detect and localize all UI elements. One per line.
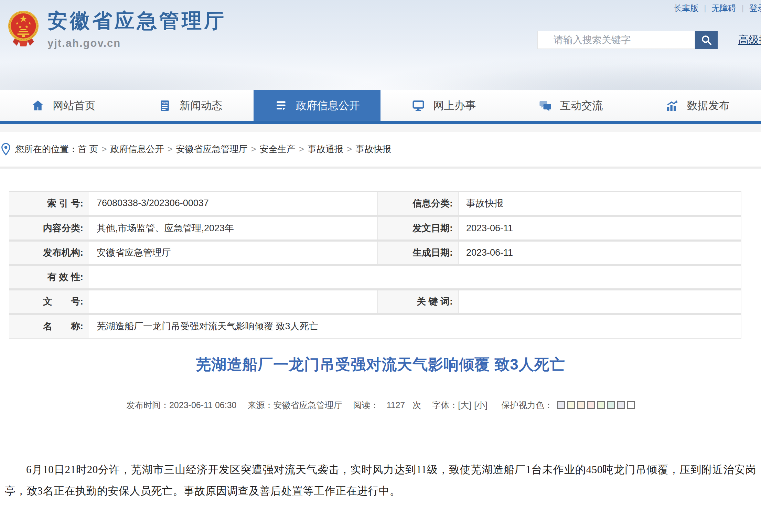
site-brand[interactable]: 安徽省应急管理厅 yjt.ah.gov.cn [7,8,226,50]
chat-bubbles-icon [539,99,552,112]
breadcrumb-item-1[interactable]: 首 页 [78,144,98,154]
eye-protect-swatch-7[interactable] [617,401,625,409]
info-value [89,289,378,314]
advanced-search-link[interactable]: 高级搜索 [738,33,761,47]
breadcrumb-item-5[interactable]: 事故通报 [308,144,343,154]
site-banner: 长辈版|无障碍|登录 [0,0,761,90]
info-label: 发文日期: [378,216,459,241]
breadcrumb-prefix: 您所在的位置： [15,143,78,155]
site-title: 安徽省应急管理厅 [47,8,226,34]
breadcrumb-item-4[interactable]: 安全生产 [260,144,296,154]
data-chart-icon [666,99,679,112]
info-value: 事故快报 [459,192,741,216]
topbar-link-2[interactable]: 无障碍 [711,3,736,14]
info-label: 内容分类: [9,216,89,241]
info-label: 索 引 号: [9,192,89,216]
source-value: 安徽省应急管理厅 [273,400,342,411]
info-label: 生成日期: [378,241,459,265]
monitor-icon [412,99,425,112]
eye-protect-swatch-1[interactable] [557,401,565,409]
publish-time-label: 发布时间： [126,400,169,411]
nav-tab-1[interactable]: 网站首页 [0,90,127,121]
info-table-row: 文 号:关 键 词: [9,289,741,314]
breadcrumb-separator: > [347,144,352,154]
info-label: 信息分类: [378,192,459,216]
info-value [89,265,741,289]
eye-protect-swatch-5[interactable] [597,401,605,409]
divider-strip [0,124,761,132]
nav-tab-label: 新闻动态 [180,98,222,113]
topbar-links: 长辈版|无障碍|登录 [674,3,761,14]
search-input[interactable] [537,31,695,49]
font-smaller-button[interactable]: [小] [474,400,487,411]
topbar-separator: | [704,4,706,13]
info-label: 有 效 性: [9,265,89,289]
news-icon: NEW [158,99,171,112]
national-emblem-logo [7,9,40,48]
views-label: 阅读： [353,400,379,411]
nav-tab-label: 数据发布 [687,98,730,113]
info-table-row: 名 称:芜湖造船厂一龙门吊受强对流天气影响倾覆 致3人死亡 [9,314,741,338]
nav-tab-label: 网上办事 [433,98,476,113]
views-count: 1127 [386,400,405,410]
nav-tab-6[interactable]: 数据发布 [634,90,761,121]
breadcrumb-item-2[interactable]: 政府信息公开 [110,144,164,154]
search-button[interactable] [695,31,718,49]
eye-protect-swatches [555,401,635,409]
info-table-row: 有 效 性: [9,265,741,289]
document-info-table: 索 引 号:76080338-3/202306-00037信息分类:事故快报内容… [9,191,741,339]
topbar-separator: | [742,4,744,13]
eye-protect-swatch-3[interactable] [577,401,585,409]
breadcrumb-separator: > [299,144,304,154]
main-nav: 网站首页NEW新闻动态政府信息公开网上办事互动交流数据发布 [0,90,761,121]
breadcrumb-items: 首 页>政府信息公开>安徽省应急管理厅>安全生产>事故通报>事故快报 [78,143,391,155]
main-content: 索 引 号:76080338-3/202306-00037信息分类:事故快报内容… [0,169,761,502]
breadcrumb-separator: > [251,144,256,154]
nav-bottom-strip [0,121,761,124]
eye-protect-label: 保护视力色： [501,400,553,411]
nav-tab-label: 网站首页 [53,98,95,113]
nav-tab-3[interactable]: 政府信息公开 [254,90,380,121]
breadcrumb-item-3[interactable]: 安徽省应急管理厅 [176,144,248,154]
info-value: 安徽省应急管理厅 [89,241,378,265]
eye-protect-swatch-2[interactable] [567,401,575,409]
views-unit: 次 [412,400,421,411]
font-larger-button[interactable]: [大] [458,400,471,411]
info-label: 发布机构: [9,241,89,265]
topbar-link-1[interactable]: 长辈版 [674,3,699,14]
search-icon [700,34,712,46]
search-bar [537,31,718,49]
article-meta: 发布时间： 2023-06-11 06:30 来源： 安徽省应急管理厅 阅读： … [0,400,761,411]
info-value: 其他,市场监管、应急管理,2023年 [89,216,378,241]
svg-text:NEW: NEW [162,101,168,104]
info-value: 2023-06-11 [459,216,741,241]
font-size-label: 字体： [432,400,458,411]
publish-time-value: 2023-06-11 06:30 [169,400,237,410]
info-value: 芜湖造船厂一龙门吊受强对流天气影响倾覆 致3人死亡 [89,314,741,338]
nav-tab-4[interactable]: 网上办事 [380,90,507,121]
breadcrumb: 您所在的位置： 首 页>政府信息公开>安徽省应急管理厅>安全生产>事故通报>事故… [0,132,761,169]
nav-tab-label: 政府信息公开 [296,98,360,113]
breadcrumb-item-6: 事故快报 [355,144,391,154]
eye-protect-swatch-4[interactable] [587,401,595,409]
info-value: 2023-06-11 [459,241,741,265]
nav-tab-5[interactable]: 互动交流 [507,90,634,121]
info-label: 文 号: [9,289,89,314]
info-table-row: 内容分类:其他,市场监管、应急管理,2023年发文日期:2023-06-11 [9,216,741,241]
nav-tab-2[interactable]: NEW新闻动态 [127,90,254,121]
info-value [459,289,741,314]
eye-protect-swatch-6[interactable] [607,401,615,409]
breadcrumb-separator: > [101,144,107,154]
home-icon [31,99,44,112]
page: 长辈版|无障碍|登录 [0,0,761,532]
info-table-row: 发布机构:安徽省应急管理厅生成日期:2023-06-11 [9,241,741,265]
topbar-link-3[interactable]: 登录 [749,3,761,14]
gov-info-doc-icon [275,99,288,112]
info-table-row: 索 引 号:76080338-3/202306-00037信息分类:事故快报 [9,192,741,216]
source-label: 来源： [247,400,273,411]
location-pin-icon [0,142,12,156]
article-body: 6月10日21时20分许，芜湖市三山经济开发区突遭强对流天气袭击，实时风力达到1… [5,459,756,502]
breadcrumb-separator: > [167,144,172,154]
eye-protect-swatch-8[interactable] [627,401,635,409]
nav-tab-label: 互动交流 [560,98,603,113]
